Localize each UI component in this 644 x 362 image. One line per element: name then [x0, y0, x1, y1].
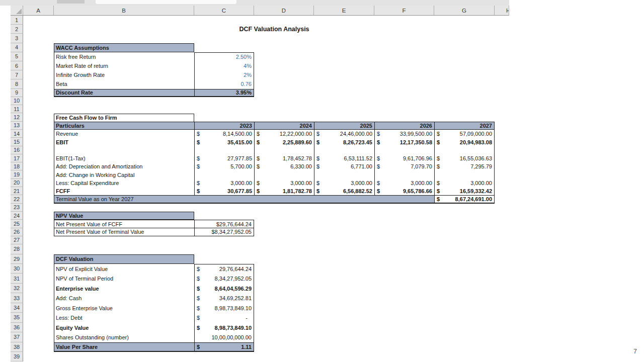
- fcff-cell[interactable]: [314, 146, 374, 154]
- fcff-cell[interactable]: $12,22,000.00: [254, 130, 314, 138]
- fcff-cell[interactable]: $8,14,500.00: [194, 130, 254, 138]
- fcff-cell[interactable]: $20,94,983.08: [434, 138, 495, 146]
- particulars-header-cell[interactable]: Particulars: [54, 122, 194, 130]
- row-header[interactable]: 2: [11, 25, 23, 34]
- fcff-cell[interactable]: [194, 146, 254, 154]
- row-header[interactable]: 3: [11, 34, 23, 43]
- npv-value-cell[interactable]: $29,76,644.24: [194, 220, 254, 228]
- fcff-cell[interactable]: $3,000.00: [434, 179, 495, 187]
- column-header-d[interactable]: D: [254, 6, 314, 16]
- row-header[interactable]: 8: [11, 79, 23, 88]
- row-header[interactable]: 11: [11, 105, 23, 113]
- dcf-value-cell[interactable]: $8,98,73,849.10: [194, 323, 254, 332]
- fcff-cell[interactable]: $5,700.00: [194, 162, 254, 170]
- fcff-cell[interactable]: $3,000.00: [374, 179, 434, 187]
- dcf-label-cell[interactable]: NPV of Terminal Period: [54, 274, 194, 284]
- dcf-label-cell[interactable]: Gross Enterprise Value: [54, 303, 194, 313]
- row-header[interactable]: 16: [11, 146, 23, 154]
- row-header[interactable]: 13: [11, 122, 23, 130]
- wacc-label-cell[interactable]: Risk free Return: [54, 52, 194, 61]
- fcff-row-label[interactable]: [54, 146, 194, 154]
- fcff-row-label[interactable]: Add: Change in Working Capital: [54, 171, 194, 179]
- fcff-row-label[interactable]: Add: Depreciation and Amortization: [54, 162, 194, 170]
- fcff-cell[interactable]: $57,09,000.00: [434, 130, 495, 138]
- fcff-cell[interactable]: $6,53,111.52: [314, 154, 374, 162]
- column-header-g[interactable]: G: [434, 6, 495, 16]
- terminal-value-label-cell[interactable]: Terminal Value as on Year 2027: [54, 195, 434, 203]
- row-header[interactable]: 37: [11, 332, 23, 342]
- year-header-cell[interactable]: 2027: [434, 122, 495, 130]
- fcff-row-label[interactable]: Less: Capital Expenditure: [54, 179, 194, 187]
- wacc-header-cell[interactable]: WACC Assumptions: [54, 43, 194, 52]
- fcff-row-label[interactable]: Revenue: [54, 130, 194, 138]
- fcff-cell[interactable]: [374, 171, 434, 179]
- row-header[interactable]: 24: [11, 212, 23, 220]
- year-header-cell[interactable]: 2025: [314, 122, 374, 130]
- row-header[interactable]: 17: [11, 154, 23, 162]
- fcff-cell[interactable]: [434, 171, 495, 179]
- row-header[interactable]: 21: [11, 187, 23, 195]
- dcf-value-cell[interactable]: 10,00,00,000.00: [194, 332, 254, 342]
- fcff-cell[interactable]: $8,26,723.45: [314, 138, 374, 146]
- column-header-h[interactable]: H: [495, 6, 509, 16]
- fcff-cell[interactable]: $12,17,350.58: [374, 138, 434, 146]
- wacc-label-cell[interactable]: Market Rate of return: [54, 61, 194, 70]
- row-header[interactable]: 34: [11, 303, 23, 313]
- fcff-header-cell[interactable]: Free Cash Flow to Firm: [54, 114, 194, 122]
- npv-label-cell[interactable]: Net Present Value of FCFF: [54, 220, 194, 228]
- fcff-cell[interactable]: [314, 171, 374, 179]
- row-header[interactable]: 7: [11, 70, 23, 79]
- fcff-cell[interactable]: $6,330.00: [254, 162, 314, 170]
- dcf-value-cell[interactable]: $8,64,04,596.29: [194, 284, 254, 293]
- row-header[interactable]: 30: [11, 264, 23, 274]
- column-header-b[interactable]: B: [54, 6, 194, 16]
- row-header[interactable]: 20: [11, 179, 23, 187]
- npv-value-cell[interactable]: $8,34,27,952.05: [194, 228, 254, 236]
- fcff-cell[interactable]: $6,771.00: [314, 162, 374, 170]
- row-header[interactable]: 4: [11, 43, 23, 52]
- dcf-label-cell[interactable]: Equity Value: [54, 323, 194, 332]
- fcff-cell[interactable]: [254, 146, 314, 154]
- row-header[interactable]: 15: [11, 138, 23, 146]
- fcff-row-label[interactable]: EBIT(1-Tax): [54, 154, 194, 162]
- row-header[interactable]: 31: [11, 274, 23, 283]
- row-header[interactable]: 19: [11, 170, 23, 178]
- fcff-cell[interactable]: $2,25,889.60: [254, 138, 314, 146]
- wacc-value-cell[interactable]: 2.50%: [194, 52, 254, 61]
- fcff-cell[interactable]: $30,677.85: [194, 187, 254, 195]
- dcf-value-cell[interactable]: $29,76,644.24: [194, 264, 254, 274]
- row-header[interactable]: 35: [11, 313, 23, 322]
- row-header[interactable]: 5: [11, 52, 23, 61]
- year-header-cell[interactable]: 2024: [254, 122, 314, 130]
- fcff-cell[interactable]: $7,079.70: [374, 162, 434, 170]
- fcff-row-label[interactable]: EBIT: [54, 138, 194, 146]
- row-header[interactable]: 18: [11, 162, 23, 170]
- row-header[interactable]: 6: [11, 61, 23, 70]
- fcff-cell[interactable]: $7,295.79: [434, 162, 495, 170]
- fcff-cell[interactable]: $1,81,782.78: [254, 187, 314, 195]
- fcff-cell[interactable]: $9,65,786.66: [374, 187, 434, 195]
- dcf-value-cell[interactable]: $-: [194, 313, 254, 322]
- row-header[interactable]: 22: [11, 195, 23, 203]
- discount-rate-label-cell[interactable]: Discount Rate: [54, 89, 194, 97]
- row-header[interactable]: 1: [11, 16, 23, 25]
- row-header[interactable]: 14: [11, 130, 23, 138]
- fcff-cell[interactable]: $16,59,332.42: [434, 187, 495, 195]
- wacc-label-cell[interactable]: Infinite Growth Rate: [54, 70, 194, 79]
- dcf-value-cell[interactable]: $34,69,252.81: [194, 294, 254, 303]
- dcf-label-cell[interactable]: Add: Cash: [54, 294, 194, 303]
- dcf-label-cell[interactable]: NPV of Explicit Value: [54, 264, 194, 274]
- fcff-cell[interactable]: $3,000.00: [254, 179, 314, 187]
- row-header[interactable]: 25: [11, 220, 23, 228]
- fcff-cell[interactable]: [194, 171, 254, 179]
- row-header[interactable]: 36: [11, 323, 23, 332]
- fcff-cell[interactable]: $24,46,000.00: [314, 130, 374, 138]
- terminal-value-cell[interactable]: $8,67,24,691.00: [434, 195, 495, 203]
- wacc-value-cell[interactable]: 2%: [194, 70, 254, 79]
- fcff-cell[interactable]: $27,977.85: [194, 154, 254, 162]
- row-header[interactable]: 33: [11, 293, 23, 303]
- wacc-value-cell[interactable]: 0.76: [194, 79, 254, 88]
- row-header[interactable]: 28: [11, 244, 23, 254]
- row-header[interactable]: 29: [11, 254, 23, 264]
- column-header-e[interactable]: E: [314, 6, 374, 16]
